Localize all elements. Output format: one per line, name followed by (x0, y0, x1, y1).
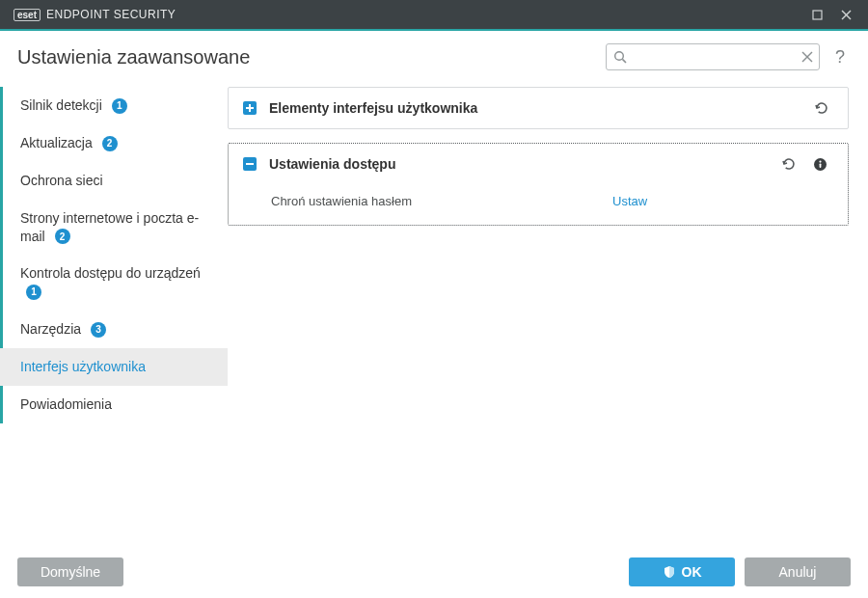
sidebar-item-user-interface[interactable]: Interfejs użytkownika (0, 348, 228, 386)
info-button[interactable] (813, 157, 834, 172)
svg-rect-0 (813, 11, 822, 19)
info-icon (813, 157, 827, 172)
sidebar-badge: 2 (55, 229, 70, 244)
expand-icon (242, 100, 258, 116)
undo-icon (780, 156, 796, 172)
sidebar-item-label: Kontrola dostępu do urządzeń (20, 265, 201, 281)
button-label: Domyślne (41, 564, 100, 580)
sidebar-item-label: Aktualizacja (20, 135, 93, 150)
svg-rect-14 (820, 163, 822, 168)
ok-button[interactable]: OK (629, 557, 735, 586)
window-maximize-button[interactable] (802, 0, 831, 29)
undo-icon (813, 100, 828, 116)
question-icon: ? (835, 47, 845, 67)
reset-button[interactable] (780, 156, 801, 172)
panel-header[interactable]: Elementy interfejsu użytkownika (229, 88, 848, 128)
sidebar-item-update[interactable]: Aktualizacja 2 (0, 124, 228, 162)
svg-point-3 (615, 52, 624, 61)
sidebar-badge: 1 (26, 285, 41, 300)
search-icon (613, 50, 627, 64)
sidebar-item-notifications[interactable]: Powiadomienia (0, 386, 228, 423)
sidebar-badge: 3 (91, 322, 106, 338)
search-clear-button[interactable] (801, 51, 813, 63)
collapse-icon (242, 156, 258, 172)
defaults-button[interactable]: Domyślne (17, 557, 123, 586)
sidebar-item-tools[interactable]: Narzędzia 3 (0, 311, 228, 348)
shield-icon (663, 565, 676, 579)
sidebar-item-detection-engine[interactable]: Silnik detekcji 1 (0, 87, 228, 124)
sidebar-item-device-control[interactable]: Kontrola dostępu do urządzeń 1 (0, 255, 228, 311)
setting-row-password-protect: Chroń ustawienia hasłem Ustaw (271, 188, 834, 213)
sidebar-badge: 1 (112, 98, 127, 114)
cancel-button[interactable]: Anuluj (745, 557, 851, 586)
sidebar-item-label: Interfejs użytkownika (20, 359, 146, 374)
sidebar-item-label: Narzędzia (20, 321, 81, 337)
page-title: Ustawienia zaawansowane (17, 46, 606, 68)
sidebar-badge: 2 (102, 136, 118, 151)
panel-body: Chroń ustawienia hasłem Ustaw (229, 184, 848, 225)
setting-action-link[interactable]: Ustaw (612, 194, 647, 208)
sidebar-item-network-protection[interactable]: Ochrona sieci (0, 162, 228, 200)
button-label: OK (682, 564, 702, 580)
brand-text: ENDPOINT SECURITY (46, 8, 176, 21)
window-close-button[interactable] (831, 0, 860, 29)
button-label: Anuluj (779, 564, 817, 580)
search-box[interactable] (606, 43, 820, 70)
panel-header[interactable]: Ustawienia dostępu (229, 144, 848, 184)
reset-button[interactable] (813, 100, 834, 116)
help-button[interactable]: ? (827, 47, 853, 68)
setting-label: Chroń ustawienia hasłem (271, 194, 612, 208)
sidebar-item-web-email[interactable]: Strony internetowe i poczta e-mail 2 (0, 200, 228, 256)
panel-title: Elementy interfejsu użytkownika (269, 100, 801, 116)
title-bar: eset ENDPOINT SECURITY (0, 0, 868, 29)
footer: Domyślne OK Anuluj (0, 546, 868, 598)
panel-access-settings: Ustawienia dostępu Chr (228, 143, 849, 226)
panel-ui-elements: Elementy interfejsu użytkownika (228, 87, 849, 129)
page-header: Ustawienia zaawansowane ? (0, 31, 868, 83)
sidebar-item-label: Powiadomienia (20, 396, 112, 412)
search-input[interactable] (607, 44, 819, 69)
sidebar-item-label: Silnik detekcji (20, 97, 102, 113)
sidebar-item-label: Strony internetowe i poczta e-mail (20, 210, 199, 244)
svg-point-13 (819, 160, 821, 162)
svg-line-4 (622, 59, 626, 63)
close-icon (801, 51, 813, 63)
content-area: Elementy interfejsu użytkownika (228, 83, 868, 546)
sidebar: Silnik detekcji 1 Aktualizacja 2 Ochrona… (0, 83, 228, 546)
brand-logo: eset (14, 9, 41, 21)
close-icon (841, 10, 852, 20)
sidebar-item-label: Ochrona sieci (20, 173, 103, 188)
square-icon (812, 10, 823, 20)
brand: eset ENDPOINT SECURITY (14, 8, 176, 21)
panel-title: Ustawienia dostępu (269, 156, 769, 172)
